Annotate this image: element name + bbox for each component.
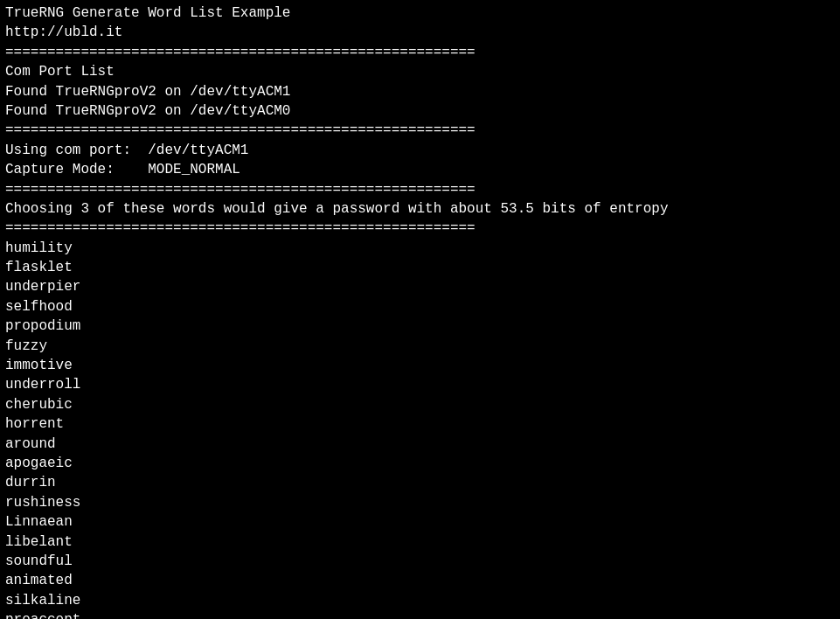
- terminal-output: TrueRNG Generate Word List Example http:…: [5, 3, 835, 619]
